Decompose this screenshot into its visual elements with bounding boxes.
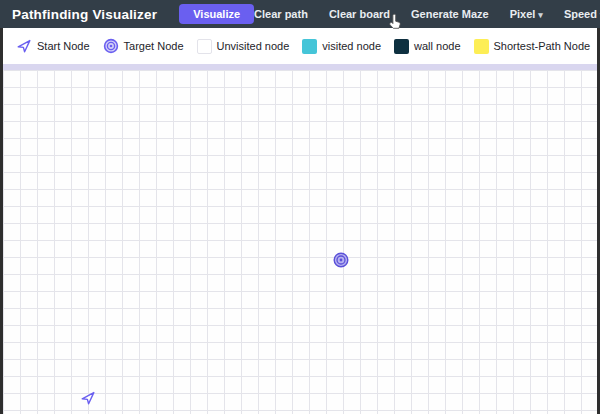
legend-label: Shortest-Path Node xyxy=(494,40,591,52)
legend-item-wall-node: wall node xyxy=(394,39,460,54)
nav-item-generate-maze[interactable]: Generate Maze xyxy=(411,8,489,20)
legend-label: visited node xyxy=(322,40,381,52)
legend-bar: Start Node Target Node Unvisited node vi… xyxy=(3,28,597,64)
pathfinding-grid[interactable] xyxy=(3,64,597,414)
shortest-path-node-swatch xyxy=(474,39,489,54)
visited-node-swatch xyxy=(302,39,317,54)
nav-item-clear-path[interactable]: Clear path xyxy=(254,8,308,20)
navbar: Pathfinding Visualizer Visualize Clear p… xyxy=(0,0,600,28)
nav-item-speed-dropdown[interactable]: Speed▾ xyxy=(564,8,600,20)
nav-item-pixel-dropdown[interactable]: Pixel▾ xyxy=(510,8,543,20)
app-title: Pathfinding Visualizer xyxy=(12,7,157,22)
legend-item-unvisited-node: Unvisited node xyxy=(197,39,290,54)
unvisited-node-swatch xyxy=(197,39,212,54)
wall-node-swatch xyxy=(394,39,409,54)
pathfinding-visualizer-app: Pathfinding Visualizer Visualize Clear p… xyxy=(0,0,600,414)
chevron-down-icon: ▾ xyxy=(538,10,543,20)
visualize-button[interactable]: Visualize xyxy=(179,4,254,24)
legend-item-start-node: Start Node xyxy=(16,38,90,54)
nav-item-clear-board[interactable]: Clear board xyxy=(329,8,390,20)
legend-item-visited-node: visited node xyxy=(302,39,381,54)
hand-pointer-cursor-icon xyxy=(389,13,403,31)
target-node[interactable] xyxy=(333,252,349,268)
start-arrow-icon xyxy=(16,38,32,54)
nav-links: Clear path Clear board Generate Maze Pix… xyxy=(254,8,600,20)
start-node[interactable] xyxy=(80,390,96,406)
legend-label: Unvisited node xyxy=(217,40,290,52)
legend-item-shortest-path-node: Shortest-Path Node xyxy=(474,39,591,54)
legend-label: Target Node xyxy=(124,40,184,52)
target-icon xyxy=(103,38,119,54)
legend-label: Start Node xyxy=(37,40,90,52)
legend-label: wall node xyxy=(414,40,460,52)
legend-item-target-node: Target Node xyxy=(103,38,184,54)
